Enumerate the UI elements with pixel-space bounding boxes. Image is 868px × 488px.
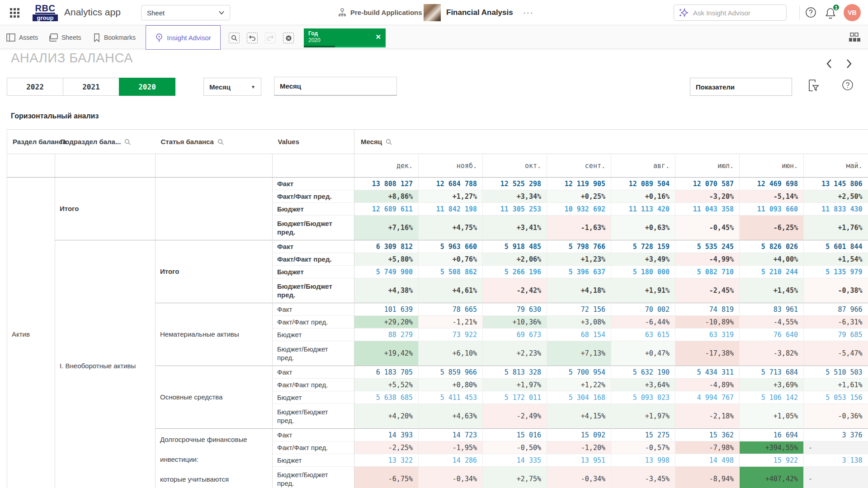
fact-value[interactable]: 13 808 127: [354, 178, 419, 190]
budget-change-value[interactable]: -0,36%: [804, 404, 868, 429]
month-column-header[interactable]: окт.: [483, 154, 547, 178]
budget-value[interactable]: 11 113 420: [611, 203, 675, 216]
measure-label-cell[interactable]: Факт: [273, 240, 354, 253]
year-button-2020[interactable]: 2020: [119, 78, 175, 96]
budget-value[interactable]: 11 842 198: [419, 203, 483, 216]
measure-label-cell[interactable]: Факт/Факт пред.: [273, 190, 354, 203]
fact-change-value[interactable]: +0,25%: [547, 190, 611, 203]
budget-change-value[interactable]: -0,34%: [547, 467, 611, 488]
fact-change-value[interactable]: +0,16%: [611, 190, 675, 203]
previous-sheet-button[interactable]: [824, 58, 835, 70]
budget-change-value[interactable]: +1,91%: [611, 278, 675, 303]
budget-change-value[interactable]: -2,18%: [675, 404, 740, 429]
budget-value[interactable]: 76 640: [740, 328, 804, 341]
budget-value[interactable]: 13 322: [354, 454, 419, 467]
fact-change-value[interactable]: -7,98%: [675, 441, 740, 454]
budget-value[interactable]: 5 135 979: [804, 266, 868, 278]
measure-label-cell[interactable]: Бюджет/Бюджет пред.: [273, 216, 354, 240]
fact-value[interactable]: 83 961: [740, 303, 804, 316]
fact-value[interactable]: 15 092: [547, 429, 611, 441]
fact-value[interactable]: 6 309 812: [354, 240, 419, 253]
month-column-header[interactable]: авг.: [611, 154, 675, 178]
fact-change-value[interactable]: +1,61%: [804, 379, 868, 391]
budget-change-value[interactable]: +4,75%: [419, 216, 483, 240]
fact-change-value[interactable]: +8,86%: [354, 190, 419, 203]
selection-chip-year[interactable]: Год 2020 ✕: [304, 28, 386, 47]
budget-value[interactable]: 14 335: [483, 454, 547, 467]
current-app[interactable]: Financial Analysis ···: [424, 4, 534, 21]
filter-document-icon[interactable]: [807, 79, 819, 92]
measure-label-cell[interactable]: Бюджет/Бюджет пред.: [273, 341, 354, 366]
fact-value[interactable]: 12 119 905: [547, 178, 611, 190]
fact-change-value[interactable]: +3,08%: [547, 316, 611, 328]
measure-label-cell[interactable]: Факт/Факт пред.: [273, 316, 354, 328]
search-input[interactable]: [693, 9, 770, 17]
fact-change-value[interactable]: +1,27%: [419, 190, 483, 203]
chip-close-icon[interactable]: ✕: [375, 33, 381, 41]
budget-change-value[interactable]: +4,63%: [419, 404, 483, 429]
fact-change-value[interactable]: -2,25%: [354, 441, 419, 454]
help-icon[interactable]: [805, 7, 816, 18]
budget-value[interactable]: 79 685: [804, 328, 868, 341]
next-sheet-button[interactable]: [843, 58, 854, 70]
prebuild-applications-link[interactable]: Pre-build Applications: [338, 8, 422, 17]
fact-change-value[interactable]: -6,44%: [611, 316, 675, 328]
search-icon[interactable]: [124, 139, 131, 145]
budget-change-value[interactable]: +7,13%: [547, 341, 611, 366]
budget-change-value[interactable]: +4,61%: [419, 278, 483, 303]
month-column-header[interactable]: июл.: [675, 154, 740, 178]
measure-label-cell[interactable]: Факт: [273, 303, 354, 316]
budget-change-value[interactable]: +1,05%: [740, 404, 804, 429]
chart-help-icon[interactable]: [842, 79, 854, 91]
budget-value[interactable]: 5 508 862: [419, 266, 483, 278]
fact-value[interactable]: 79 630: [483, 303, 547, 316]
tab-bookmarks[interactable]: Bookmarks: [93, 26, 136, 49]
fact-change-value[interactable]: +2,50%: [804, 190, 868, 203]
measure-label-cell[interactable]: Бюджет: [273, 454, 354, 467]
fact-value[interactable]: 12 684 788: [419, 178, 483, 190]
budget-value[interactable]: 14 498: [675, 454, 740, 467]
dim-statya-cell[interactable]: Итого: [156, 240, 273, 303]
fact-value[interactable]: 72 156: [547, 303, 611, 316]
measure-label-cell[interactable]: Факт: [273, 366, 354, 379]
measure-label-cell[interactable]: Бюджет/Бюджет пред.: [273, 278, 354, 303]
dim-statya-cell[interactable]: Нематериальные активы: [156, 303, 273, 366]
fact-change-value[interactable]: +1,23%: [547, 253, 611, 266]
sheet-selector-dropdown[interactable]: Sheet: [141, 5, 230, 20]
budget-value[interactable]: 5 053 156: [804, 391, 868, 404]
insight-advisor-search[interactable]: [674, 5, 787, 21]
budget-value[interactable]: 5 749 900: [354, 266, 419, 278]
dim-podrazdel-cell[interactable]: I. Внеоборотные активы: [55, 240, 156, 488]
step-back-button[interactable]: [247, 33, 258, 43]
fact-change-value[interactable]: -5,14%: [740, 190, 804, 203]
tab-assets[interactable]: Assets: [6, 26, 38, 49]
year-button-2021[interactable]: 2021: [63, 78, 119, 96]
fact-value[interactable]: 5 601 844: [804, 240, 868, 253]
budget-value[interactable]: 5 106 142: [740, 391, 804, 404]
budget-change-value[interactable]: +0,63%: [611, 216, 675, 240]
budget-change-value[interactable]: +6,10%: [419, 341, 483, 366]
measure-label-cell[interactable]: Бюджет/Бюджет пред.: [273, 404, 354, 429]
fact-change-value[interactable]: +0,76%: [419, 253, 483, 266]
fact-change-value[interactable]: -4,55%: [740, 316, 804, 328]
budget-value[interactable]: 68 154: [547, 328, 611, 341]
more-options-icon[interactable]: ···: [523, 8, 534, 18]
measure-label-cell[interactable]: Бюджет: [273, 203, 354, 216]
measure-label-cell[interactable]: Факт/Факт пред.: [273, 253, 354, 266]
header-statya-balansa[interactable]: Статья баланса: [156, 130, 273, 154]
search-icon[interactable]: [386, 139, 392, 145]
fact-change-value[interactable]: +4,00%: [740, 253, 804, 266]
fact-change-value[interactable]: -0,50%: [483, 441, 547, 454]
budget-value[interactable]: 13 998: [611, 454, 675, 467]
fact-value[interactable]: 3 376: [804, 429, 868, 441]
measure-label-cell[interactable]: Факт: [273, 429, 354, 441]
budget-value[interactable]: 63 615: [611, 328, 675, 341]
budget-change-value[interactable]: -5,47%: [804, 341, 868, 366]
budget-value[interactable]: 5 266 196: [483, 266, 547, 278]
fact-change-value[interactable]: -: [804, 441, 868, 454]
budget-value[interactable]: 69 673: [483, 328, 547, 341]
budget-change-value[interactable]: -0,34%: [419, 467, 483, 488]
fact-value[interactable]: 15 016: [483, 429, 547, 441]
fact-value[interactable]: 5 813 328: [483, 366, 547, 379]
budget-value[interactable]: 4 994 767: [675, 391, 740, 404]
